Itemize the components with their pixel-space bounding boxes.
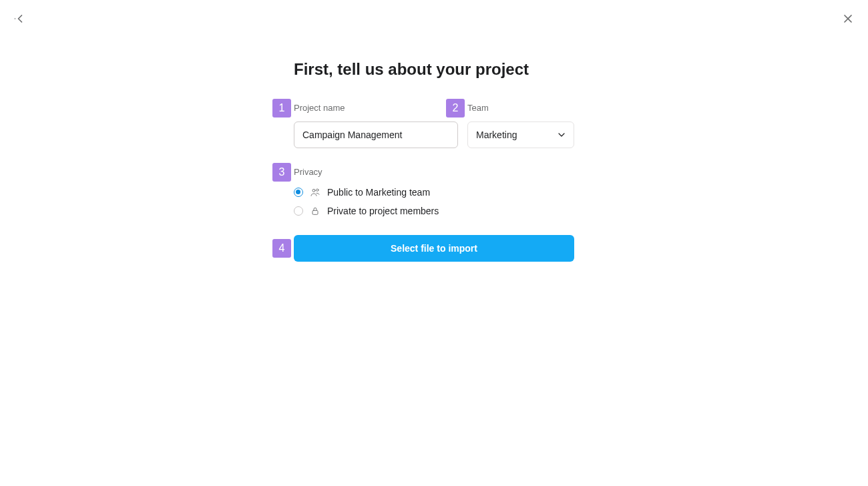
action-row: 4 Select file to import xyxy=(294,235,574,262)
privacy-option-label: Private to project members xyxy=(327,206,439,216)
back-button[interactable] xyxy=(12,12,28,28)
radio-indicator xyxy=(294,206,303,216)
project-name-field: 1 Project name xyxy=(294,103,458,148)
people-icon xyxy=(310,187,320,198)
close-button[interactable] xyxy=(840,12,856,28)
select-file-button[interactable]: Select file to import xyxy=(294,235,574,262)
form-container: First, tell us about your project 1 Proj… xyxy=(294,60,574,262)
privacy-option-public[interactable]: Public to Marketing team xyxy=(294,187,574,198)
team-field: 2 Team Marketing xyxy=(467,103,574,148)
arrow-left-icon xyxy=(13,12,27,28)
privacy-option-label: Public to Marketing team xyxy=(327,187,430,198)
project-name-label: Project name xyxy=(294,103,458,113)
svg-rect-2 xyxy=(312,210,318,214)
chevron-down-icon xyxy=(556,130,567,140)
svg-point-0 xyxy=(312,189,315,192)
lock-icon xyxy=(310,206,320,216)
step-badge-3: 3 xyxy=(272,163,291,182)
page-title: First, tell us about your project xyxy=(294,60,574,79)
project-name-input[interactable] xyxy=(294,121,458,148)
radio-indicator xyxy=(294,188,303,197)
privacy-option-private[interactable]: Private to project members xyxy=(294,206,574,216)
step-badge-2: 2 xyxy=(446,99,465,117)
close-icon xyxy=(841,12,855,28)
privacy-field: 3 Privacy Public to Marketing team xyxy=(294,167,574,216)
step-badge-1: 1 xyxy=(272,99,291,117)
team-label: Team xyxy=(467,103,574,113)
privacy-label: Privacy xyxy=(294,167,574,178)
step-badge-4: 4 xyxy=(272,239,291,258)
privacy-radio-group: Public to Marketing team Private to proj… xyxy=(294,187,574,216)
team-select[interactable]: Marketing xyxy=(467,121,574,148)
svg-point-1 xyxy=(316,189,318,191)
team-select-value: Marketing xyxy=(476,130,517,140)
